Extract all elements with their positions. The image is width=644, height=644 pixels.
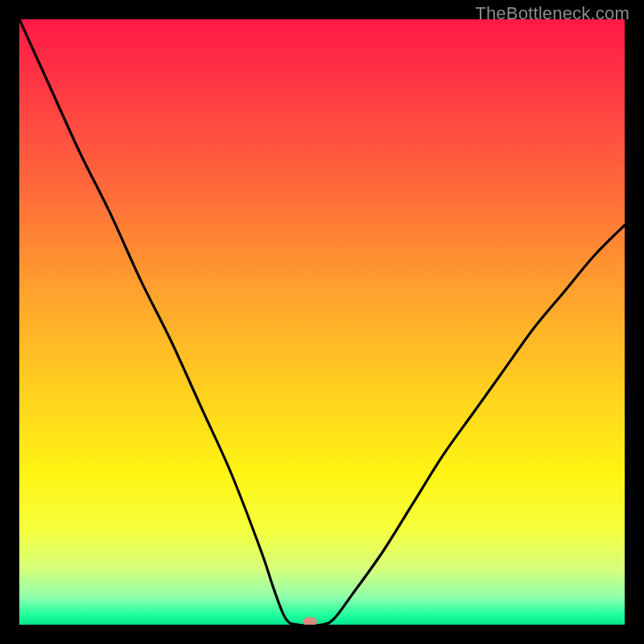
gradient-background [19,19,625,625]
bottleneck-plot [19,19,625,625]
chart-frame: TheBottleneck.com [0,0,644,644]
plot-svg [19,19,625,625]
